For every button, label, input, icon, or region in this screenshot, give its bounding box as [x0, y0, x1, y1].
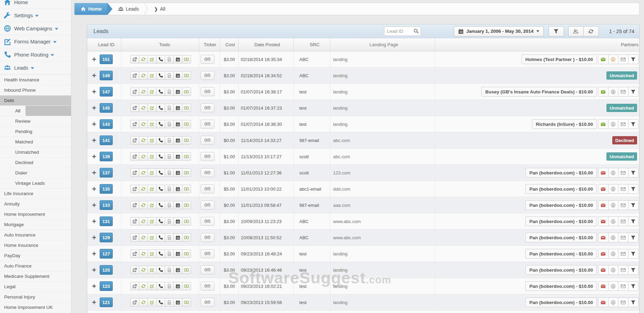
column-header-tools[interactable]: Tools [121, 38, 199, 51]
sidebar-item-medicare-supplement[interactable]: Medicare Supplement [0, 271, 71, 281]
sidebar-item-declined[interactable]: Declined [0, 157, 71, 168]
tool-edit-button[interactable] [148, 88, 157, 96]
tool-edit-button[interactable] [148, 233, 157, 242]
tool-refresh-button[interactable] [139, 136, 148, 144]
tool-refresh-button[interactable] [139, 266, 148, 274]
envelope-button[interactable] [598, 233, 608, 242]
dollar-button[interactable]: $ [608, 119, 618, 129]
ticker-value[interactable]: 0/0 [201, 201, 214, 210]
tool-phone-button[interactable] [156, 201, 165, 209]
dollar-button[interactable]: $ [608, 216, 618, 226]
tool-calendar-button[interactable] [173, 120, 182, 128]
tool-phone-button[interactable] [156, 169, 165, 177]
tool-phone-button[interactable] [156, 266, 165, 274]
tool-money-button[interactable] [182, 152, 191, 161]
sidebar-nav-leads[interactable]: Leads [0, 61, 71, 74]
lead-id-badge[interactable]: 129 [100, 233, 113, 242]
ticker-value[interactable]: 0/0 [201, 233, 214, 242]
sidebar-item-auto-insurance[interactable]: Auto Insurance [0, 230, 71, 240]
tool-refresh-button[interactable] [139, 120, 148, 128]
tool-calendar-button[interactable] [173, 71, 182, 80]
sidebar-item-legal[interactable]: Legal [0, 281, 71, 292]
column-header-lead-id[interactable]: Lead ID [87, 38, 121, 51]
tool-phone-button[interactable] [156, 217, 165, 225]
partner-pill[interactable]: Pan (boberdoo.com) - $10.00 [525, 265, 597, 275]
sidebar-nav-home[interactable]: Home [0, 0, 71, 9]
envelope-outline-button[interactable] [618, 216, 628, 226]
ticker-value[interactable]: 0/0 [201, 168, 214, 177]
lead-id-badge[interactable]: 141 [100, 135, 113, 145]
sidebar-item-inbound-phone[interactable]: Inbound Phone [0, 85, 71, 95]
ticker-value[interactable]: 0/0 [201, 282, 214, 291]
funnel-button[interactable] [628, 216, 638, 226]
sidebar-item-review[interactable]: Review [0, 116, 71, 126]
lead-id-badge[interactable]: 123 [100, 281, 113, 291]
lead-id-badge[interactable]: 151 [100, 54, 113, 64]
tool-edit-button[interactable] [148, 120, 157, 128]
dollar-button[interactable]: $ [608, 87, 618, 97]
sidebar-nav-forms-manager[interactable]: Forms Manager [0, 35, 71, 48]
tool-open-button[interactable] [130, 201, 139, 209]
tool-open-button[interactable] [130, 55, 139, 63]
envelope-button[interactable] [598, 184, 608, 194]
tool-phone-button[interactable] [156, 88, 165, 96]
tool-calendar-button[interactable] [173, 266, 182, 274]
tool-document-button[interactable] [165, 169, 174, 177]
tool-phone-button[interactable] [156, 55, 165, 63]
tool-open-button[interactable] [130, 250, 139, 258]
sidebar-item-health-insurance[interactable]: Health Insurance [0, 74, 71, 85]
tool-calendar-button[interactable] [173, 233, 182, 242]
breadcrumb-all[interactable]: ❯ All [154, 6, 165, 12]
breadcrumb-home[interactable]: Home [74, 3, 107, 15]
lead-id-badge[interactable]: 121 [100, 297, 113, 307]
tool-open-button[interactable] [130, 71, 139, 80]
ticker-value[interactable]: 0/0 [201, 298, 214, 307]
partner-pill[interactable]: Pan (boberdoo.com) - $10.00 [525, 168, 597, 178]
tool-money-button[interactable] [182, 71, 191, 80]
lead-id-badge[interactable]: 139 [100, 152, 113, 161]
envelope-outline-button[interactable] [618, 249, 628, 259]
sidebar-nav-settings[interactable]: Settings [0, 9, 71, 22]
tool-refresh-button[interactable] [139, 55, 148, 63]
envelope-outline-button[interactable] [618, 54, 628, 64]
tool-document-button[interactable] [165, 136, 174, 144]
lead-id-badge[interactable]: 147 [100, 87, 113, 97]
ticker-value[interactable]: 0/0 [201, 136, 214, 145]
column-header-cost[interactable]: Cost [220, 38, 239, 51]
tool-money-button[interactable] [182, 266, 191, 274]
funnel-button[interactable] [628, 168, 638, 178]
lead-id-badge[interactable]: 133 [100, 200, 113, 210]
ticker-value[interactable]: 0/0 [201, 55, 214, 64]
tool-open-button[interactable] [130, 217, 139, 225]
envelope-outline-button[interactable] [618, 233, 628, 242]
tool-money-button[interactable] [182, 120, 191, 128]
tool-edit-button[interactable] [148, 136, 157, 144]
tool-document-button[interactable] [165, 120, 174, 128]
dollar-button[interactable]: $ [608, 265, 618, 275]
sidebar-item-home-improvement[interactable]: Home Improvement [0, 209, 71, 219]
lead-id-badge[interactable]: 127 [100, 249, 113, 259]
tool-phone-button[interactable] [156, 120, 165, 128]
dollar-button[interactable]: $ [608, 297, 618, 307]
tool-calendar-button[interactable] [173, 201, 182, 209]
tool-edit-button[interactable] [148, 169, 157, 177]
column-header-ticker[interactable]: Ticker [199, 38, 220, 51]
dollar-button[interactable]: $ [608, 168, 618, 178]
tool-calendar-button[interactable] [173, 88, 182, 96]
sidebar-nav-web-campaigns[interactable]: Web Campaigns [0, 22, 71, 35]
tool-document-button[interactable] [165, 71, 174, 80]
tool-edit-button[interactable] [148, 250, 157, 258]
lead-id-badge[interactable]: 135 [100, 184, 113, 194]
ticker-value[interactable]: 0/0 [201, 87, 214, 96]
envelope-button[interactable] [598, 249, 608, 259]
sidebar-item-dialer[interactable]: Dialer [0, 168, 71, 178]
date-range-button[interactable]: January 1, 2006 - May 30, 2014 [454, 26, 544, 37]
sidebar-item-home-improvement-uk[interactable]: Home Improvement UK [0, 302, 71, 312]
envelope-button[interactable] [598, 87, 608, 97]
column-header-landing-page[interactable]: Landing Page [330, 38, 435, 51]
partner-pill[interactable]: Pan (boberdoo.com) - $10.00 [525, 249, 597, 259]
tool-money-button[interactable] [182, 88, 191, 96]
funnel-button[interactable] [628, 297, 638, 307]
envelope-outline-button[interactable] [618, 87, 628, 97]
tool-document-button[interactable] [165, 201, 174, 209]
